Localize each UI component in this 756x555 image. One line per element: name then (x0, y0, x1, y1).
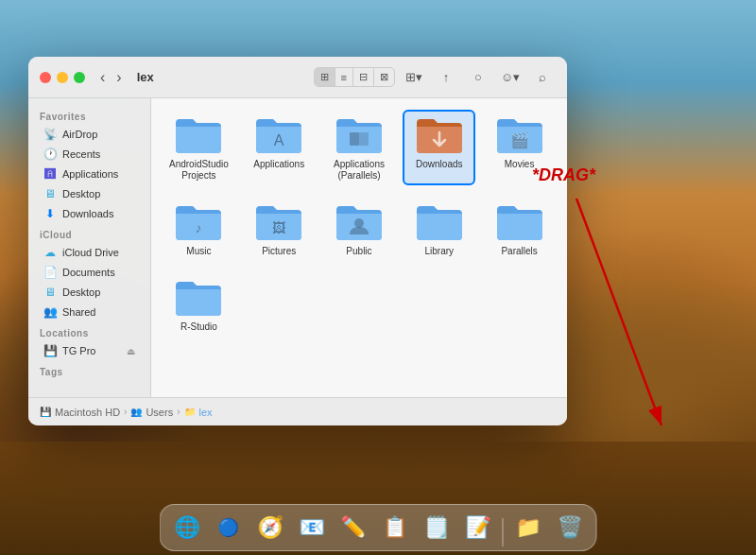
sidebar-item-airdrop[interactable]: 📡 AirDrop (32, 125, 146, 144)
file-item-pictures[interactable]: 🖼 Pictures (243, 197, 316, 261)
sidebar-item-icloud-drive[interactable]: ☁ iCloud Drive (32, 243, 146, 262)
shared-icon: 👥 (43, 305, 57, 319)
view-columns-button[interactable]: ⊟ (353, 68, 374, 86)
drag-annotation: *DRAG* (532, 165, 595, 185)
sidebar-item-desktop-icloud[interactable]: 🖥 Desktop (32, 283, 146, 302)
title-bar: ‹ › lex ⊞ ≡ ⊟ ⊠ ⊞▾ ↑ ○ ☺▾ ⌕ (28, 57, 567, 98)
file-label-r-studio: R-Studio (180, 321, 217, 333)
sidebar-item-desktop[interactable]: 🖥 Desktop (32, 184, 146, 203)
dock-item-safari[interactable]: 🧭 (251, 509, 289, 546)
traffic-lights (40, 72, 85, 83)
toolbar-icons: ⊞ ≡ ⊟ ⊠ ⊞▾ ↑ ○ ☺▾ ⌕ (314, 67, 556, 88)
file-item-androidstudioprojects[interactable]: AndroidStudioProjects (163, 110, 235, 185)
sidebar-item-applications[interactable]: 🅰 Applications (32, 165, 146, 183)
sidebar-item-shared[interactable]: 👥 Shared (32, 303, 146, 321)
dock-item-pencil[interactable]: ✏️ (335, 509, 372, 546)
dock-item-trash[interactable]: 🗑️ (551, 509, 589, 546)
dock-item-mail[interactable]: 📧 (293, 509, 331, 546)
breadcrumb-sep-1: › (124, 407, 127, 417)
lex-icon: 📁 (184, 407, 196, 417)
folder-icon-r-studio (174, 276, 223, 318)
svg-text:🎬: 🎬 (510, 131, 529, 149)
file-grid: AndroidStudioProjects A Applications (163, 110, 556, 337)
dock-item-notes[interactable]: 📋 (376, 509, 414, 546)
icloud-drive-label: iCloud Drive (62, 247, 119, 258)
file-item-music[interactable]: ♪ Music (163, 197, 235, 261)
view-group: ⊞ ≡ ⊟ ⊠ (314, 67, 395, 87)
file-label-music: Music (186, 246, 211, 257)
status-bar: 💾 Macintosh HD › 👥 Users › 📁 lex (28, 397, 567, 425)
file-label-pictures: Pictures (262, 246, 296, 257)
breadcrumb: 💾 Macintosh HD › 👥 Users › 📁 lex (40, 407, 213, 418)
users-icon: 👥 (130, 407, 142, 417)
dock-item-finder[interactable]: 🔵 (210, 509, 248, 546)
recents-icon: 🕐 (43, 147, 57, 161)
desktop-icon: 🖥 (43, 187, 57, 200)
dock-item-notes2[interactable]: 📝 (459, 509, 497, 546)
forward-button[interactable]: › (112, 67, 125, 88)
file-item-public[interactable]: Public (323, 197, 396, 261)
recents-label: Recents (62, 148, 100, 160)
icloud-section-title: iCloud (28, 224, 150, 242)
folder-icon-downloads (415, 113, 464, 155)
folder-icon-library (415, 200, 464, 242)
dock-divider (503, 518, 504, 546)
view-gallery-button[interactable]: ⊠ (374, 68, 394, 86)
tag-button[interactable]: ○ (465, 67, 491, 88)
view-list-button[interactable]: ≡ (335, 68, 353, 86)
sidebar: Favorites 📡 AirDrop 🕐 Recents 🅰 Applicat… (28, 98, 151, 397)
dock: 🌐 🔵 🧭 📧 ✏️ 📋 🗒️ 📝 📁 🗑️ (160, 504, 597, 551)
drag-arrow (520, 189, 709, 473)
share-button[interactable]: ↑ (433, 67, 459, 88)
back-button[interactable]: ‹ (96, 67, 109, 88)
breadcrumb-sep-2: › (177, 407, 180, 417)
view-grid-button[interactable]: ⊞ (315, 68, 335, 86)
close-button[interactable] (40, 72, 51, 83)
file-item-r-studio[interactable]: R-Studio (163, 272, 235, 337)
file-label-library: Library (425, 246, 455, 257)
file-label-androidstudio: AndroidStudioProjects (166, 159, 232, 182)
tags-section-title: Tags (28, 361, 150, 379)
file-item-applications[interactable]: A Applications (243, 110, 316, 185)
sidebar-item-tg-pro[interactable]: 💾 TG Pro ⏏ (32, 341, 146, 360)
search-button[interactable]: ⌕ (529, 67, 556, 88)
shared-label: Shared (62, 306, 95, 318)
action-button[interactable]: ☺▾ (497, 67, 524, 88)
svg-line-8 (576, 199, 662, 425)
folder-icon-androidstudio (174, 113, 223, 155)
main-content: Favorites 📡 AirDrop 🕐 Recents 🅰 Applicat… (28, 98, 567, 397)
file-item-downloads[interactable]: Downloads (403, 110, 475, 185)
breadcrumb-hd: Macintosh HD (55, 407, 120, 418)
applications-label: Applications (62, 168, 118, 180)
file-area: AndroidStudioProjects A Applications (151, 98, 567, 397)
favorites-section-title: Favorites (28, 106, 150, 124)
minimize-button[interactable] (57, 72, 68, 83)
documents-icon: 📄 (43, 266, 57, 279)
svg-rect-2 (359, 132, 369, 146)
file-label-applications: Applications (253, 159, 304, 170)
dock-item-launchpad[interactable]: 🌐 (168, 509, 206, 546)
svg-rect-1 (350, 132, 359, 146)
tg-pro-icon: 💾 (43, 344, 57, 357)
sidebar-item-documents[interactable]: 📄 Documents (32, 263, 146, 282)
dock-item-bookmark[interactable]: 🗒️ (418, 509, 455, 546)
sidebar-item-downloads[interactable]: ⬇ Downloads (32, 204, 146, 223)
downloads-label: Downloads (62, 208, 113, 219)
dock-item-files[interactable]: 📁 (509, 509, 547, 546)
group-button[interactable]: ⊞▾ (401, 67, 427, 88)
tg-pro-label: TG Pro (62, 345, 95, 356)
breadcrumb-lex: lex (199, 407, 213, 418)
file-label-applications-parallels: Applications (Parallels) (327, 159, 392, 182)
file-item-applications-parallels[interactable]: Applications (Parallels) (323, 110, 396, 185)
file-item-library[interactable]: Library (403, 197, 475, 261)
svg-text:🖼: 🖼 (272, 220, 285, 235)
icloud-drive-icon: ☁ (43, 246, 57, 259)
svg-text:A: A (274, 132, 284, 148)
maximize-button[interactable] (74, 72, 85, 83)
folder-icon-applications-parallels (335, 113, 384, 155)
sidebar-item-recents[interactable]: 🕐 Recents (32, 145, 146, 164)
eject-icon[interactable]: ⏏ (127, 346, 135, 356)
finder-window: ‹ › lex ⊞ ≡ ⊟ ⊠ ⊞▾ ↑ ○ ☺▾ ⌕ Favorites 📡 … (28, 57, 567, 425)
breadcrumb-users: Users (146, 407, 173, 418)
apps-icon: 🅰 (43, 167, 57, 181)
